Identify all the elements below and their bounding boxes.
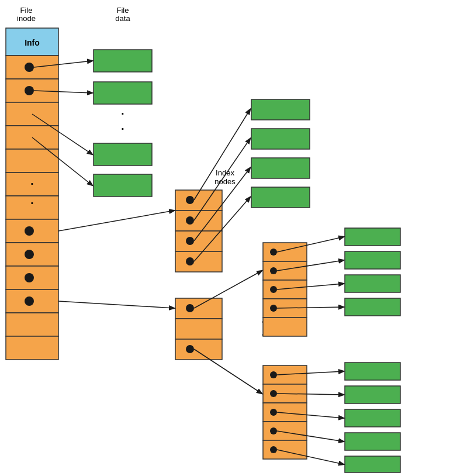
idx1-dot1: [186, 196, 194, 204]
file-data-block-2: [94, 82, 152, 104]
idx1-dot2: [186, 216, 194, 225]
filedata-ellipsis2: ·: [120, 119, 125, 137]
inode-row-14: [6, 336, 58, 360]
idx1-data4: [251, 187, 310, 208]
idx2a-dot4: [270, 305, 277, 312]
arrow-idx1-d1: [194, 109, 250, 200]
idx2a-row3: [263, 280, 307, 299]
idx1-row3: [175, 231, 222, 251]
idx2a-data1: [345, 228, 400, 246]
arrow-inode-idx1: [58, 211, 174, 231]
idx2a-row5: [263, 318, 307, 336]
idx1-dot4: [186, 257, 194, 265]
idx2-row3: [175, 339, 222, 360]
idx2b-data3: [345, 409, 400, 427]
inode-dot-10: [25, 250, 34, 259]
arrow-inode-idx2: [58, 301, 174, 308]
arrow-idx2-idx2a: [194, 271, 262, 308]
idx1-data3: [251, 158, 310, 178]
idx2a-dot3: [270, 286, 277, 293]
inode-ellipsis1: ·: [30, 174, 34, 192]
file-data-label2: data: [115, 14, 130, 23]
idx2a-data2: [345, 251, 400, 269]
idx1-data1: [251, 99, 310, 120]
file-inode-label2: inode: [17, 14, 36, 23]
idx2b-row3: [263, 403, 307, 422]
inode-dot-2: [25, 63, 34, 72]
idx2b-data5: [345, 456, 400, 472]
idx2a-dot1: [270, 249, 277, 256]
inode-dot-3: [25, 86, 34, 95]
inode-dot-12: [25, 296, 34, 306]
file-data-block-4: [94, 174, 152, 196]
idx2b-data1: [345, 363, 400, 380]
arrow-idx2-idx2b: [194, 349, 262, 394]
idx2b-dot5: [270, 446, 277, 453]
idx2b-dot2: [270, 390, 277, 397]
idx2b-row5: [263, 440, 307, 459]
idx2a-row2: [263, 261, 307, 280]
file-data-block-3: [94, 143, 152, 165]
idx2b-data4: [345, 433, 400, 450]
inode-row-13: [6, 313, 58, 336]
file-inode-label: File: [20, 6, 33, 15]
info-label: Info: [25, 38, 40, 47]
idx2a-data4: [345, 298, 400, 316]
idx2-dot1: [186, 304, 194, 312]
file-data-label: File: [117, 6, 129, 15]
index-nodes-label2: nodes: [214, 177, 236, 186]
idx1-row4: [175, 251, 222, 272]
idx2-row2: [175, 319, 222, 339]
idx2b-data2: [345, 386, 400, 403]
idx1-data2: [251, 129, 310, 149]
index-nodes-label: Index: [216, 168, 234, 177]
idx1-dot3: [186, 237, 194, 245]
idx2a-row1: [263, 243, 307, 261]
inode-ellipsis2: ·: [30, 193, 34, 211]
inode-dot-11: [25, 273, 34, 282]
idx2-dot3: [186, 345, 194, 353]
idx2b-dot1: [270, 371, 277, 378]
idx2b-dot3: [270, 409, 277, 416]
idx2a-dot2: [270, 267, 277, 274]
idx2-row1: [175, 298, 222, 319]
file-data-block-1: [94, 50, 152, 72]
idx2b-row4: [263, 422, 307, 440]
idx2a-data3: [345, 275, 400, 292]
idx2b-dot4: [270, 427, 277, 434]
inode-dot-9: [25, 226, 34, 236]
